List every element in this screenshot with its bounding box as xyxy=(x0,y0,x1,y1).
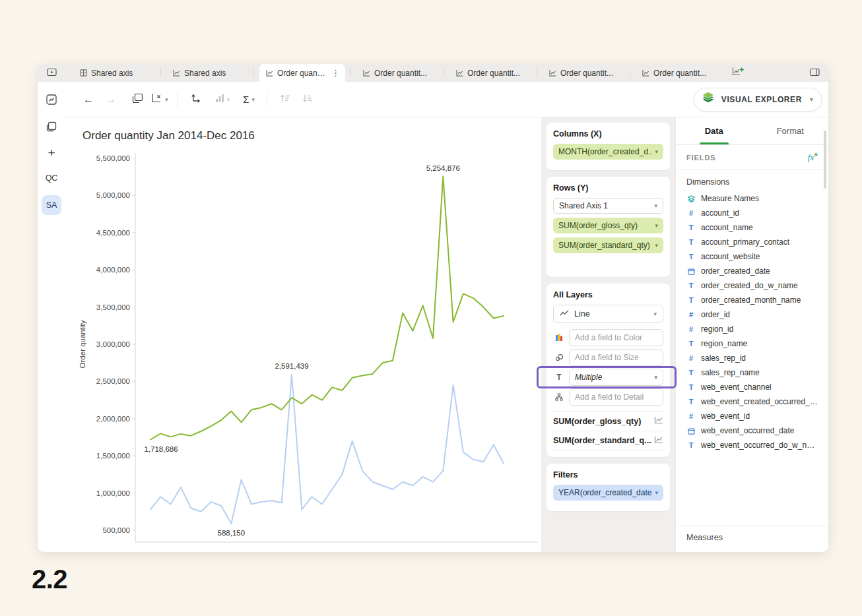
toolbar-divider xyxy=(178,92,178,107)
field-order-created-month-name[interactable]: Torder_created_month_name xyxy=(681,293,823,307)
chevron-down-icon: ▾ xyxy=(655,489,658,496)
back-button[interactable]: ← xyxy=(80,90,97,109)
detail-icon xyxy=(553,393,565,401)
field-account-website[interactable]: Taccount_website xyxy=(681,249,823,264)
new-worksheet-button[interactable] xyxy=(727,64,749,82)
tab-separator xyxy=(253,69,254,77)
rows-drop-area[interactable] xyxy=(553,257,663,270)
special-field-icon xyxy=(686,195,696,202)
pill-year-order-created-date[interactable]: YEAR(order_created_date) ▾ xyxy=(553,485,663,501)
color-icon xyxy=(553,334,565,342)
slides-panel-icon xyxy=(47,67,57,79)
chevron-down-icon: ▾ xyxy=(654,202,657,209)
svg-text:5,254,876: 5,254,876 xyxy=(426,164,460,172)
toolbar-divider xyxy=(267,92,267,107)
visual-explorer-menu-button[interactable]: VISUAL EXPLORER ▾ xyxy=(694,88,822,111)
worksheet-tab-1[interactable]: Shared axis xyxy=(73,64,155,82)
field-account-name[interactable]: Taccount_name xyxy=(681,220,823,235)
duplicate-page-button[interactable] xyxy=(42,118,61,138)
report-page-button[interactable] xyxy=(42,91,61,111)
fields-header: FIELDS xyxy=(686,154,716,162)
tab-format[interactable]: Format xyxy=(752,117,829,144)
field-sales-rep-id[interactable]: #sales_rep_id xyxy=(681,351,823,365)
field-region-name[interactable]: Tregion_name xyxy=(681,336,823,351)
scrollbar-thumb[interactable] xyxy=(824,131,826,189)
color-drop-target[interactable]: Add a field to Color xyxy=(569,329,663,346)
date-field-icon xyxy=(686,427,696,435)
worksheet-tab-5[interactable]: Order quantit... xyxy=(449,64,531,82)
field-web-event-occurred-do-w-name[interactable]: Tweb_event_occurred_do_w_name xyxy=(681,438,823,452)
pill-shared-axis-1[interactable]: Shared Axis 1 ▾ xyxy=(553,198,663,214)
chart-icon xyxy=(363,69,370,77)
series-line-0[interactable] xyxy=(150,177,504,440)
field-account-primary-contact[interactable]: Taccount_primary_contact xyxy=(681,235,823,249)
field-web-event-id[interactable]: #web_event_id xyxy=(681,409,823,423)
tab-separator xyxy=(160,69,161,77)
pages-panel-toggle-button[interactable] xyxy=(38,64,65,82)
field-web-event-occurred-date[interactable]: web_event_occurred_date xyxy=(681,423,823,438)
text-drop-target-multiple[interactable]: Multiple ▾ xyxy=(569,369,663,386)
mark-type-select[interactable]: Line ▾ xyxy=(553,305,663,323)
field-order-created-do-w-name[interactable]: Torder_created_do_w_name xyxy=(681,278,823,293)
layer-row-gloss[interactable]: SUM(order_gloss_qty) xyxy=(553,411,663,431)
field-account-id[interactable]: #account_id xyxy=(681,206,823,220)
detail-drop-target[interactable]: Add a field to Detail xyxy=(569,388,663,406)
tab-separator xyxy=(350,69,351,77)
field-order-id[interactable]: #order_id xyxy=(681,307,823,322)
tab-menu-kebab-icon[interactable]: ⋮ xyxy=(331,69,340,77)
columns-shelf-title: Columns (X) xyxy=(553,129,663,139)
svg-text:3,000,000: 3,000,000 xyxy=(96,340,130,348)
toolbar: ← → ▾ xyxy=(65,82,828,117)
size-drop-target[interactable]: Add a field to Size xyxy=(569,349,663,366)
page-chip-qc[interactable]: QC xyxy=(42,168,61,188)
field-sales-rep-name[interactable]: Tsales_rep_name xyxy=(681,365,823,380)
page-chip-sa[interactable]: SA xyxy=(42,195,61,215)
field-web-event-created-occurred-na[interactable]: Tweb_event_created_occurred_na... xyxy=(681,394,823,409)
worksheet-tab-4[interactable]: Order quantit... xyxy=(356,64,438,82)
chevron-down-icon: ▾ xyxy=(653,311,657,317)
tab-data[interactable]: Data xyxy=(676,117,752,144)
grid-icon xyxy=(80,69,87,77)
pill-sum-order-standard-qty[interactable]: SUM(order_standard_qty) ▾ xyxy=(553,237,663,253)
field-region-id[interactable]: #region_id xyxy=(681,322,823,336)
aggregate-button[interactable]: Σ ▾ xyxy=(240,90,257,109)
pill-month-order-created-date[interactable]: MONTH(order_created_d... ▾ xyxy=(553,144,663,160)
forward-button[interactable]: → xyxy=(102,90,119,109)
swap-axes-button[interactable] xyxy=(187,90,205,109)
visual-explorer-label: VISUAL EXPLORER xyxy=(721,95,802,104)
dimensions-header: Dimensions xyxy=(676,170,828,191)
worksheet-tab-3[interactable]: Order quantit...⋮ xyxy=(259,64,345,82)
sort-descending-button[interactable] xyxy=(299,90,316,109)
svg-text:4,500,000: 4,500,000 xyxy=(96,229,130,237)
worksheet-tab-6[interactable]: Order quantit... xyxy=(543,64,624,82)
text-label-icon: T xyxy=(553,373,565,382)
svg-text:4,000,000: 4,000,000 xyxy=(96,266,130,274)
text-field-icon: T xyxy=(686,398,696,406)
add-page-button[interactable]: + xyxy=(42,145,61,161)
chart-type-button[interactable]: ▾ xyxy=(214,90,231,109)
rows-shelf-title: Rows (Y) xyxy=(553,183,663,193)
right-panel-toggle-button[interactable] xyxy=(801,64,828,82)
pill-sum-order-gloss-qty[interactable]: SUM(order_gloss_qty) ▾ xyxy=(553,218,663,233)
dimensions-list: Measure Names#account_idTaccount_nameTac… xyxy=(676,191,828,452)
line-chart-svg: 5,500,0005,000,0004,500,0004,000,0003,50… xyxy=(65,141,541,552)
chart-page-icon xyxy=(46,94,57,108)
svg-text:5,500,000: 5,500,000 xyxy=(96,154,130,162)
number-field-icon: # xyxy=(686,311,696,319)
duplicate-chart-button[interactable] xyxy=(129,90,146,109)
layer-row-standard[interactable]: SUM(order_standard_q... xyxy=(553,431,663,450)
worksheet-tab-7[interactable]: Order quantit... xyxy=(636,64,717,82)
panel-right-icon xyxy=(810,67,820,79)
series-line-1[interactable] xyxy=(150,375,504,524)
field-measure-names[interactable]: Measure Names xyxy=(681,191,823,206)
create-calculated-field-button[interactable]: fx+ xyxy=(808,151,818,163)
sort-ascending-button[interactable] xyxy=(277,90,294,109)
field-order-created-date[interactable]: order_created_date xyxy=(681,264,823,278)
clear-chart-button[interactable]: ▾ xyxy=(151,90,168,109)
svg-text:500,000: 500,000 xyxy=(102,526,130,534)
field-web-event-channel[interactable]: Tweb_event_channel xyxy=(681,380,823,394)
sort-ascending-icon xyxy=(280,94,290,106)
line-chart-icon xyxy=(654,416,663,426)
worksheet-tab-2[interactable]: Shared axis xyxy=(166,64,248,82)
tab-separator xyxy=(537,69,537,77)
